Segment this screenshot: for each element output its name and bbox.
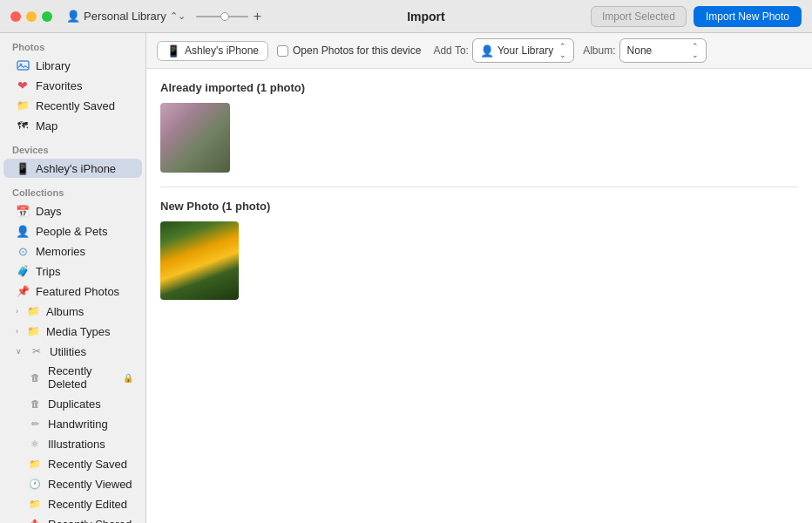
- zoom-slider[interactable]: [196, 16, 248, 17]
- new-photo-1[interactable]: [160, 221, 239, 300]
- utilities-expand-arrow: ∨: [16, 347, 22, 356]
- sidebar-item-duplicates[interactable]: 🗑 Duplicates: [3, 394, 142, 413]
- add-to-label: Add To:: [433, 44, 468, 57]
- person-icon: 👤: [66, 10, 80, 23]
- maximize-button[interactable]: [42, 11, 52, 22]
- collections-section-label: Collections: [0, 179, 145, 200]
- new-photo-title: New Photo (1 photo): [160, 200, 798, 213]
- album-dropdown-value: None: [627, 44, 653, 57]
- sidebar-item-recently-edited[interactable]: 📁 Recently Edited: [3, 494, 142, 513]
- media-types-icon: 📁: [26, 324, 40, 338]
- photos-section-label: Photos: [0, 33, 145, 55]
- sidebar-item-utilities-header[interactable]: ∨ ✂ Utilities: [3, 342, 142, 361]
- window-title: Import: [261, 10, 591, 24]
- sidebar-item-recently-viewed[interactable]: 🕐 Recently Viewed: [3, 474, 142, 493]
- recently-viewed-label: Recently Viewed: [48, 478, 132, 491]
- library-selector[interactable]: 👤 Personal Library ⌃⌄: [66, 10, 186, 23]
- recently-deleted-label: Recently Deleted: [48, 364, 117, 391]
- recently-deleted-icon: 🗑: [28, 370, 42, 384]
- chevron-icon: ⌃⌄: [170, 10, 186, 22]
- sidebar-item-library[interactable]: Library: [3, 56, 142, 75]
- handwriting-label: Handwriting: [48, 418, 108, 431]
- sidebar-item-recently-shared[interactable]: 📤 Recently Shared: [3, 514, 142, 523]
- sidebar-item-favorites[interactable]: ❤ Favorites: [3, 76, 142, 95]
- sidebar-item-map[interactable]: 🗺 Map: [3, 116, 142, 135]
- import-content: Already imported (1 photo) New Photo (1 …: [146, 69, 812, 523]
- iphone-label: Ashley's iPhone: [36, 162, 116, 175]
- media-types-label: Media Types: [46, 325, 110, 338]
- albums-label: Albums: [46, 305, 84, 318]
- open-photos-checkbox-group[interactable]: Open Photos for this device: [277, 44, 421, 57]
- already-imported-grid: [160, 103, 798, 173]
- sidebar-item-featured-photos[interactable]: 📌 Featured Photos: [3, 282, 142, 301]
- recently-viewed-icon: 🕐: [28, 477, 42, 491]
- library-dropdown-icon: 👤: [480, 44, 494, 58]
- already-imported-photo-1[interactable]: [160, 103, 230, 173]
- recently-shared-label: Recently Shared: [48, 518, 132, 524]
- zoom-controls: +: [196, 10, 261, 24]
- album-label: Album:: [583, 44, 615, 57]
- sidebar-item-recently-deleted[interactable]: 🗑 Recently Deleted 🔒: [3, 362, 142, 393]
- sidebar-item-illustrations[interactable]: ⚛ Illustrations: [3, 434, 142, 453]
- recently-edited-icon: 📁: [28, 497, 42, 511]
- open-photos-label: Open Photos for this device: [293, 44, 421, 57]
- favorites-icon: ❤: [16, 78, 30, 92]
- illustrations-icon: ⚛: [28, 437, 42, 451]
- sidebar-item-trips[interactable]: 🧳 Trips: [3, 262, 142, 281]
- utilities-icon: ✂: [30, 344, 44, 358]
- recently-saved-label: Recently Saved: [36, 99, 115, 112]
- duplicates-icon: 🗑: [28, 397, 42, 411]
- albums-icon: 📁: [26, 304, 40, 318]
- duplicates-label: Duplicates: [48, 397, 101, 411]
- library-dropdown[interactable]: 👤 Your Library ⌃⌄: [472, 38, 574, 63]
- sidebar-item-memories[interactable]: ⊙ Memories: [3, 241, 142, 261]
- sidebar-item-media-types[interactable]: › 📁 Media Types: [3, 322, 142, 341]
- recently-edited-label: Recently Edited: [48, 498, 127, 511]
- albums-expand-arrow: ›: [16, 307, 18, 316]
- recently-shared-icon: 📤: [28, 517, 42, 523]
- media-types-expand-arrow: ›: [16, 327, 18, 336]
- handwriting-icon: ✏: [28, 417, 42, 431]
- device-tab-label: Ashley's iPhone: [185, 44, 259, 57]
- titlebar-actions: Import Selected Import New Photo: [591, 6, 802, 27]
- people-pets-icon: 👤: [16, 224, 30, 238]
- library-name: Personal Library: [84, 10, 166, 23]
- album-dropdown[interactable]: None ⌃⌄: [619, 38, 707, 63]
- memories-icon: ⊙: [16, 244, 30, 258]
- sidebar-item-people-pets[interactable]: 👤 People & Pets: [3, 221, 142, 241]
- new-photo-grid: [160, 221, 798, 300]
- map-label: Map: [36, 119, 58, 132]
- iphone-icon: 📱: [16, 161, 30, 175]
- sidebar-item-recently-saved-photos[interactable]: 📁 Recently Saved: [3, 96, 142, 115]
- import-selected-button[interactable]: Import Selected: [591, 6, 687, 27]
- device-tab-icon: 📱: [166, 44, 180, 58]
- close-button[interactable]: [10, 11, 21, 22]
- device-tab[interactable]: 📱 Ashley's iPhone: [157, 41, 268, 61]
- recently-saved-util-icon: 📁: [28, 457, 42, 471]
- memories-label: Memories: [36, 245, 85, 258]
- devices-section-label: Devices: [0, 136, 145, 158]
- sidebar-item-handwriting[interactable]: ✏ Handwriting: [3, 414, 142, 433]
- zoom-plus-icon[interactable]: +: [254, 10, 261, 24]
- zoom-thumb: [220, 12, 229, 21]
- lock-icon: 🔒: [123, 373, 133, 383]
- sidebar-item-iphone[interactable]: 📱 Ashley's iPhone: [3, 159, 142, 178]
- import-toolbar: 📱 Ashley's iPhone Open Photos for this d…: [146, 33, 812, 69]
- library-dropdown-label: Your Library: [497, 44, 553, 57]
- illustrations-label: Illustrations: [48, 438, 105, 451]
- minimize-button[interactable]: [26, 11, 37, 22]
- album-dropdown-arrows: ⌃⌄: [692, 42, 699, 59]
- library-label: Library: [36, 59, 71, 72]
- sidebar: Photos Library ❤ Favorites 📁 Recently Sa…: [0, 33, 146, 523]
- sidebar-item-recently-saved[interactable]: 📁 Recently Saved: [3, 454, 142, 473]
- titlebar: 👤 Personal Library ⌃⌄ + Import Import Se…: [0, 0, 812, 33]
- sidebar-item-days[interactable]: 📅 Days: [3, 201, 142, 221]
- utilities-label: Utilities: [50, 345, 86, 358]
- section-divider: [160, 187, 798, 187]
- open-photos-checkbox[interactable]: [277, 45, 288, 57]
- trips-label: Trips: [36, 265, 60, 278]
- import-new-photo-button[interactable]: Import New Photo: [694, 6, 802, 27]
- sidebar-item-albums[interactable]: › 📁 Albums: [3, 302, 142, 321]
- days-label: Days: [36, 205, 62, 218]
- map-icon: 🗺: [16, 119, 30, 132]
